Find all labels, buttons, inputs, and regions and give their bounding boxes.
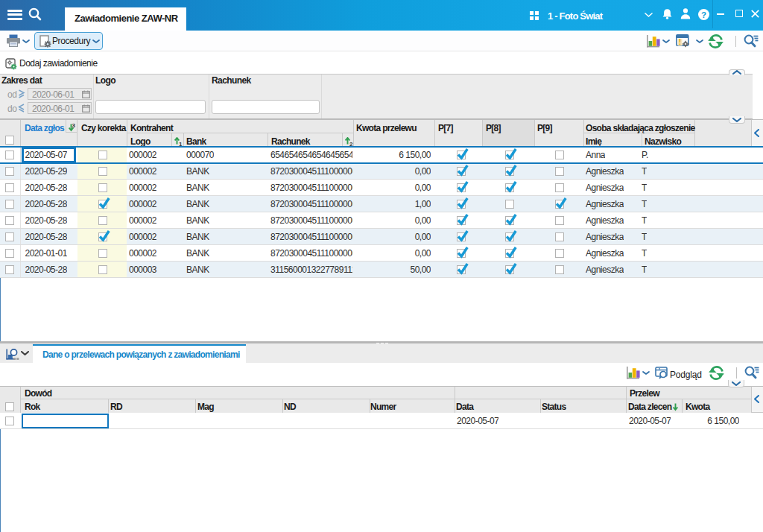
- svg-text:!: !: [679, 37, 682, 46]
- svg-text:?: ?: [701, 10, 706, 19]
